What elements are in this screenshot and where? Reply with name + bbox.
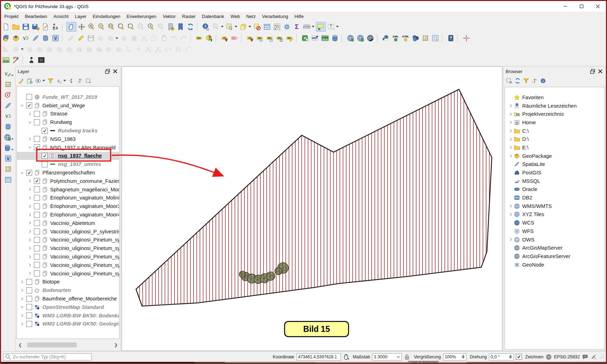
add-mssql-layer-icon[interactable] — [41, 34, 50, 43]
layer-tree-row[interactable]: Vaccinio_uliginosi_Pinetum_sylves — [17, 252, 119, 261]
zoom-full-icon[interactable] — [107, 22, 116, 31]
menu-netz[interactable]: Netz — [243, 12, 259, 20]
expander-closed-icon[interactable] — [508, 203, 513, 209]
poi-plugin-icon[interactable] — [27, 55, 36, 65]
layer-tree-row[interactable]: WMS LGRB-BW GK50: Geologische — [17, 320, 119, 328]
measure-line-icon[interactable] — [302, 22, 311, 31]
expander-closed-icon[interactable] — [508, 120, 513, 125]
remove-layer-icon[interactable] — [84, 77, 92, 85]
layer-tree-row[interactable]: nsg_1937_flaeche — [17, 152, 119, 160]
layer-checkbox[interactable] — [42, 161, 48, 167]
expander-closed-icon[interactable] — [27, 136, 33, 142]
qgis-task-icon[interactable] — [590, 354, 597, 360]
browser-item[interactable]: Home — [505, 118, 604, 127]
wd-plugin-icon[interactable]: WD — [311, 34, 320, 43]
raster-image-plugin-icon[interactable] — [320, 34, 330, 43]
dropdown-arrow-icon[interactable] — [63, 80, 66, 82]
expander-closed-icon[interactable] — [19, 321, 25, 327]
add-virtual-layer-icon[interactable]: V — [51, 34, 60, 43]
layer-tree-row[interactable]: nsg_1937_umriss — [17, 160, 119, 168]
menu-raster[interactable]: Raster — [179, 12, 199, 20]
color-grid-plugin-icon[interactable] — [421, 34, 430, 43]
layer-tree-row[interactable]: Vaccinio_uliginosi_Pinetum_sylves — [17, 236, 119, 244]
expander-closed-icon[interactable] — [508, 136, 513, 142]
expander-closed-icon[interactable] — [508, 128, 513, 134]
add-wms-layer-icon[interactable] — [3, 133, 12, 142]
layer-tree-row[interactable]: Baumfreie_offene_Moorbereiche — [17, 294, 119, 303]
layer-tree-row[interactable]: Vaccinio_uliginosi_Pinetum_sylves — [17, 244, 119, 252]
browser-item[interactable]: D:\ — [505, 135, 604, 143]
layer-checkbox[interactable] — [26, 279, 32, 285]
expander-closed-icon[interactable] — [27, 262, 33, 268]
expander-closed-icon[interactable] — [508, 103, 513, 109]
dropdown-arrow-icon[interactable] — [235, 26, 237, 28]
identify-features-icon[interactable]: i — [201, 22, 211, 31]
expander-closed-icon[interactable] — [27, 245, 33, 251]
open-layer-styling-icon[interactable] — [17, 77, 25, 85]
change-label-icon[interactable]: abc — [285, 34, 294, 43]
minimize-button[interactable] — [557, 1, 573, 12]
locator-search-input[interactable]: Zu suchender Typ (Strg+K) — [3, 353, 92, 360]
menu-layer[interactable]: Layer — [72, 12, 90, 20]
expander-closed-icon[interactable] — [508, 237, 513, 243]
layer-tree-row[interactable]: WMS LGRB-BW BK50: Bodenkarte — [17, 311, 119, 320]
layer-tree-row[interactable]: Bodenarten — [17, 286, 119, 294]
browser-item[interactable]: C:\ — [505, 127, 604, 135]
browser-item[interactable]: SpatiaLite — [505, 160, 604, 169]
dropdown-arrow-icon[interactable] — [21, 48, 24, 50]
expander-closed-icon[interactable] — [27, 237, 33, 243]
pin-label-icon[interactable]: ab — [220, 34, 229, 43]
float-panel-icon[interactable] — [104, 68, 111, 74]
layer-labeling-icon[interactable]: abc — [195, 34, 204, 43]
layer-panel-hscrollbar[interactable]: ❮ ❯ — [17, 341, 119, 349]
layer-checkbox[interactable] — [34, 270, 40, 276]
open-attribute-grid-icon[interactable] — [4, 175, 13, 184]
select-rectangle-icon[interactable] — [225, 22, 234, 31]
expander-closed-icon[interactable] — [27, 271, 33, 276]
new-temporary-layer-icon[interactable] — [4, 101, 13, 110]
sketch-plugin-icon[interactable] — [11, 55, 20, 65]
expander-closed-icon[interactable] — [27, 212, 33, 217]
deselect-all-icon[interactable] — [253, 22, 262, 31]
add-vector-layer-icon[interactable] — [1, 34, 11, 43]
select-by-expression-icon[interactable] — [239, 22, 248, 31]
new-spatialite-layer-icon[interactable] — [4, 90, 13, 100]
rotation-spinbox[interactable]: 0,0 ° — [489, 353, 514, 360]
layer-tree-row[interactable]: Vaccinio_uliginosi_Pinetum_sylves — [17, 269, 119, 278]
layer-tree-row[interactable]: Pflanzengesellschaften — [17, 168, 119, 177]
layer-tree-row[interactable]: Biotope — [17, 278, 119, 286]
layer-tree-row[interactable]: NSG_1983 — [17, 135, 119, 143]
expander-closed-icon[interactable] — [27, 203, 33, 209]
map-tips-icon[interactable] — [316, 22, 326, 32]
browser-item[interactable]: GeoPackage — [505, 152, 604, 160]
python-console-icon[interactable] — [381, 34, 390, 43]
expander-closed-icon[interactable] — [19, 296, 25, 302]
layer-tree-row[interactable]: Funde_WT_2017_2019 — [17, 93, 119, 101]
expander-open-icon[interactable] — [19, 170, 25, 175]
zoom-in-icon[interactable] — [87, 22, 96, 31]
layer-checkbox[interactable] — [34, 136, 40, 142]
crs-globe-icon[interactable] — [546, 354, 552, 360]
layer-tree-row[interactable]: Rundweg — [17, 118, 119, 126]
expander-closed-icon[interactable] — [19, 313, 25, 318]
layer-checkbox[interactable] — [34, 178, 40, 184]
add-raster-layer-icon[interactable] — [11, 34, 20, 43]
new-geopackage-layer-icon[interactable] — [4, 80, 13, 89]
float-panel-icon[interactable] — [589, 68, 596, 74]
menu-bearbeiten[interactable]: Bearbeiten — [22, 12, 50, 20]
browser-item[interactable]: PostGIS — [505, 168, 604, 177]
close-panel-icon[interactable] — [597, 68, 603, 74]
layer-checkbox[interactable] — [26, 312, 32, 318]
coordinate-input[interactable]: 473461.4,5397628.1 — [296, 353, 341, 360]
mouse-extent-icon[interactable] — [343, 354, 349, 360]
add-mesh-layer-icon[interactable] — [4, 122, 13, 131]
expander-closed-icon[interactable] — [508, 211, 513, 217]
menu-hilfe[interactable]: Hilfe — [291, 12, 307, 20]
save-project-as-icon[interactable] — [31, 22, 40, 31]
browser-item[interactable]: DB2DB2 — [505, 193, 604, 202]
filter-legend-icon[interactable] — [47, 77, 54, 85]
label-visibility-icon[interactable]: abc — [255, 34, 265, 43]
layer-checkbox[interactable] — [34, 262, 40, 268]
open-attribute-table-icon[interactable] — [263, 22, 272, 31]
open-project-icon[interactable] — [11, 22, 20, 31]
